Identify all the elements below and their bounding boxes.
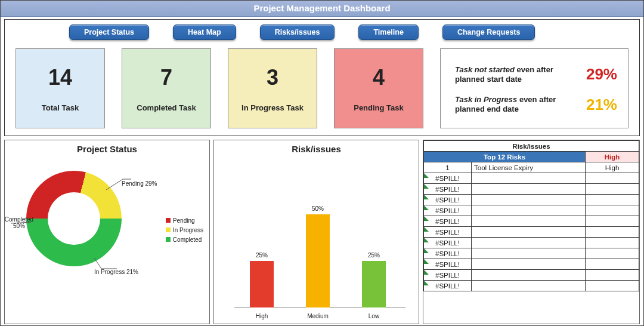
card-pending-task: 4 Pending Task [334, 48, 423, 128]
risk-desc-cell [472, 173, 586, 184]
risk-id-cell: #SPILL! [424, 227, 472, 238]
card-total-task: 14 Total Task [16, 48, 105, 128]
risks-table: Risk/issues Top 12 Risks High 1Tool Lice… [423, 140, 639, 291]
risk-desc-cell: Tool License Expiry [472, 162, 586, 173]
risk-desc-cell [472, 270, 586, 281]
risk-id-cell: #SPILL! [424, 281, 472, 291]
table-row[interactable]: #SPILL! [424, 173, 639, 184]
bar-high [250, 261, 274, 307]
bar-high-label: High [244, 313, 280, 319]
risk-severity-cell [586, 281, 639, 291]
risk-severity-cell [586, 184, 639, 195]
risk-desc-cell [472, 238, 586, 248]
card-pending-label: Pending Task [354, 103, 404, 112]
risk-desc-cell [472, 281, 586, 291]
pie-label-pending: Pending 29% [122, 180, 157, 187]
risk-desc-cell [472, 184, 586, 195]
risk-desc-cell [472, 248, 586, 259]
risk-id-cell: #SPILL! [424, 205, 472, 216]
table-row[interactable]: #SPILL! [424, 259, 639, 270]
chart-risk-issues: Risk/issues 25% 50% 25% High Medium Low [213, 140, 419, 324]
risk-desc-cell [472, 205, 586, 216]
table-row[interactable]: #SPILL! [424, 281, 639, 291]
risk-severity-cell [586, 238, 639, 248]
nav-project-status[interactable]: Project Status [69, 24, 149, 40]
nav-timeline[interactable]: Timeline [358, 24, 418, 40]
alert-not-started-value: 29% [586, 65, 617, 84]
table-row[interactable]: #SPILL! [424, 270, 639, 281]
chart-project-status: Project Status Pending 29% In Progress 2… [4, 140, 210, 324]
bar-medium-label: Medium [300, 313, 336, 319]
table-row[interactable]: 1Tool License ExpiryHigh [424, 162, 639, 173]
table-row[interactable]: #SPILL! [424, 205, 639, 216]
card-completed-label: Completed Task [137, 103, 196, 112]
card-inprogress-label: In Progress Task [242, 103, 304, 112]
bar-low-label: Low [356, 313, 392, 319]
risk-id-cell: #SPILL! [424, 173, 472, 184]
risk-id-cell: #SPILL! [424, 270, 472, 281]
alert-inprogress-text: Task in Progress even after planned end … [455, 95, 556, 115]
risk-desc-cell [472, 227, 586, 238]
card-completed-value: 7 [160, 65, 172, 90]
table-row[interactable]: #SPILL! [424, 195, 639, 205]
risk-desc-cell [472, 216, 586, 227]
donut-pie [26, 171, 122, 266]
risk-severity-cell [586, 248, 639, 259]
risks-header-severity: High [586, 152, 639, 162]
chart-risk-title: Risk/issues [214, 144, 419, 154]
risk-id-cell: #SPILL! [424, 195, 472, 205]
card-total-value: 14 [48, 65, 72, 90]
risk-severity-cell [586, 205, 639, 216]
nav-row: Project Status Heat Map Risks/issues Tim… [10, 23, 634, 46]
bar-high-val: 25% [250, 252, 274, 259]
risk-severity-cell [586, 227, 639, 238]
risk-id-cell: #SPILL! [424, 248, 472, 259]
nav-change-requests[interactable]: Change Requests [442, 24, 535, 40]
table-row[interactable]: #SPILL! [424, 227, 639, 238]
risk-desc-cell [472, 259, 586, 270]
risk-desc-cell [472, 195, 586, 205]
bar-medium [306, 214, 330, 307]
risk-id-cell: #SPILL! [424, 184, 472, 195]
risk-severity-cell [586, 270, 639, 281]
risks-section-header: Risk/issues [424, 141, 639, 152]
alert-not-started-text: Task not started even after planned star… [455, 65, 556, 85]
risk-id-cell: 1 [424, 162, 472, 173]
card-completed-task: 7 Completed Task [122, 48, 211, 128]
risk-severity-cell [586, 173, 639, 184]
card-inprogress-task: 3 In Progress Task [228, 48, 317, 128]
risk-id-cell: #SPILL! [424, 259, 472, 270]
alert-card: Task not started even after planned star… [440, 48, 628, 128]
table-row[interactable]: #SPILL! [424, 184, 639, 195]
risks-table-box: Risk/issues Top 12 Risks High 1Tool Lice… [423, 140, 640, 324]
bar-low-val: 25% [362, 252, 386, 259]
table-row[interactable]: #SPILL! [424, 248, 639, 259]
alert-inprogress-value: 21% [586, 96, 617, 114]
card-total-label: Total Task [42, 103, 79, 112]
risks-header-main: Top 12 Risks [424, 152, 586, 162]
chart-status-title: Project Status [5, 144, 209, 154]
risk-severity-cell [586, 259, 639, 270]
risk-severity-cell: High [586, 162, 639, 173]
page-title: Project Management Dashboard [1, 1, 643, 17]
card-inprogress-value: 3 [267, 65, 278, 90]
pie-legend: Pending In Progress Completed [166, 216, 203, 245]
card-pending-value: 4 [373, 65, 385, 90]
risk-severity-cell [586, 216, 639, 227]
bar-low [362, 261, 386, 307]
nav-risks-issues[interactable]: Risks/issues [260, 24, 335, 40]
nav-heat-map[interactable]: Heat Map [173, 24, 236, 40]
risk-severity-cell [586, 195, 639, 205]
pie-label-completed: Completed 50% [1, 216, 37, 229]
bar-medium-val: 50% [306, 205, 330, 212]
summary-panel: Project Status Heat Map Risks/issues Tim… [4, 19, 640, 136]
risk-id-cell: #SPILL! [424, 216, 472, 227]
risk-id-cell: #SPILL! [424, 238, 472, 248]
table-row[interactable]: #SPILL! [424, 216, 639, 227]
table-row[interactable]: #SPILL! [424, 238, 639, 248]
pie-label-inprogress: In Progress 21% [94, 269, 138, 275]
